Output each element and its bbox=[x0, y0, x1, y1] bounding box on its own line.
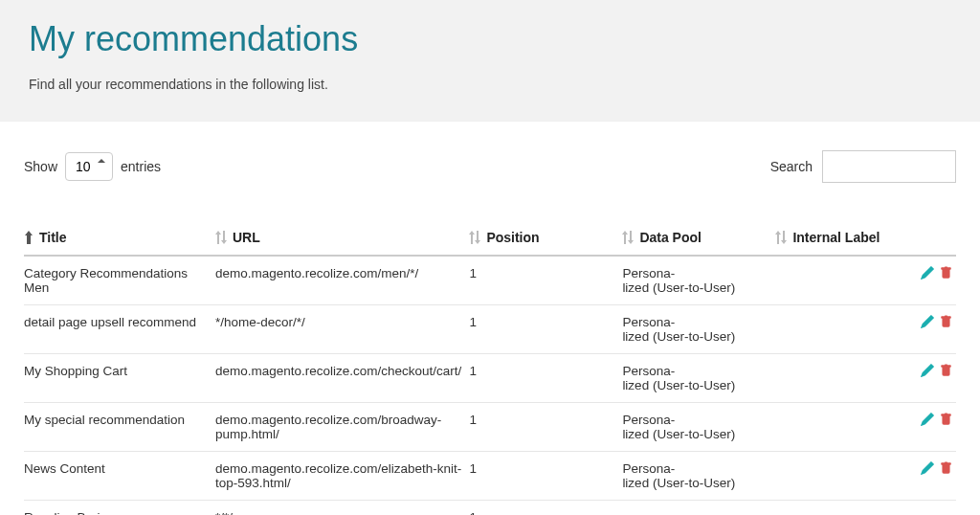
delete-icon[interactable] bbox=[940, 461, 952, 478]
cell-data-pool: Persona- lized (User-to-User) bbox=[622, 452, 775, 501]
delete-icon[interactable] bbox=[940, 315, 952, 331]
cell-data-pool: Persona- lized (User-to-User) bbox=[622, 354, 775, 403]
cell-url: demo.magento.recolize.com/broadway-pump.… bbox=[215, 403, 469, 452]
cell-internal-label bbox=[775, 256, 908, 305]
cell-data-pool: Persona- lized (User-to-User) bbox=[622, 256, 775, 305]
search-input[interactable] bbox=[822, 150, 956, 183]
cell-title: Category Recommendations Men bbox=[24, 256, 215, 305]
cell-actions bbox=[908, 256, 956, 305]
cell-url: */home-decor/*/ bbox=[215, 305, 469, 354]
table-row: detail page upsell recommend*/home-decor… bbox=[24, 305, 956, 354]
cell-internal-label bbox=[775, 501, 908, 515]
entries-label: entries bbox=[121, 159, 161, 174]
page-header: My recommendations Find all your recomme… bbox=[0, 0, 980, 122]
cell-position: 1 bbox=[469, 452, 622, 501]
delete-icon[interactable] bbox=[940, 413, 952, 429]
sort-icon bbox=[775, 231, 787, 244]
sort-icon bbox=[469, 231, 480, 244]
table-row: Category Recommendations Mendemo.magento… bbox=[24, 256, 956, 305]
cell-position: 1 bbox=[469, 305, 622, 354]
cell-internal-label bbox=[775, 305, 908, 354]
cell-url: */*/ bbox=[215, 501, 469, 515]
cell-title: My Shopping Cart bbox=[24, 354, 215, 403]
cell-url: demo.magento.recolize.com/elizabeth-knit… bbox=[215, 452, 469, 501]
delete-icon[interactable] bbox=[940, 364, 952, 380]
edit-icon[interactable] bbox=[921, 364, 934, 380]
table-row: My Shopping Cartdemo.magento.recolize.co… bbox=[24, 354, 956, 403]
column-header-title[interactable]: Title bbox=[24, 221, 215, 256]
sort-icon bbox=[215, 231, 227, 244]
cell-title: detail page upsell recommend bbox=[24, 305, 215, 354]
cell-title: News Content bbox=[24, 452, 215, 501]
edit-icon[interactable] bbox=[921, 315, 934, 331]
delete-icon[interactable] bbox=[940, 266, 952, 282]
cell-internal-label bbox=[775, 452, 908, 501]
edit-icon[interactable] bbox=[921, 266, 934, 282]
cell-position: 1 bbox=[469, 354, 622, 403]
cell-actions bbox=[908, 501, 956, 515]
cell-actions bbox=[908, 452, 956, 501]
column-header-internal-label[interactable]: Internal Label bbox=[775, 221, 908, 256]
cell-internal-label bbox=[775, 354, 908, 403]
table-row: Recolize Brain*/*/1 bbox=[24, 501, 956, 515]
cell-url: demo.magento.recolize.com/men/*/ bbox=[215, 256, 469, 305]
cell-actions bbox=[908, 305, 956, 354]
column-header-url[interactable]: URL bbox=[215, 221, 469, 256]
page-title: My recommendations bbox=[29, 19, 951, 59]
cell-internal-label bbox=[775, 403, 908, 452]
page-length-control: Show 10 entries bbox=[24, 152, 161, 181]
column-header-actions bbox=[908, 221, 956, 256]
sort-icon bbox=[622, 231, 634, 244]
cell-title: My special recommendation bbox=[24, 403, 215, 452]
page-length-select[interactable]: 10 bbox=[65, 152, 113, 181]
table-row: My special recommendationdemo.magento.re… bbox=[24, 403, 956, 452]
cell-actions bbox=[908, 354, 956, 403]
search-control: Search bbox=[770, 150, 956, 183]
show-label: Show bbox=[24, 159, 57, 174]
cell-position: 1 bbox=[469, 501, 622, 515]
table-controls: Show 10 entries Search bbox=[24, 150, 956, 183]
cell-data-pool: Persona- lized (User-to-User) bbox=[622, 305, 775, 354]
sort-asc-icon bbox=[24, 231, 33, 244]
page-subtitle: Find all your recommendations in the fol… bbox=[29, 77, 951, 92]
cell-data-pool: Persona- lized (User-to-User) bbox=[622, 403, 775, 452]
cell-position: 1 bbox=[469, 256, 622, 305]
recommendations-table: Title URL Position Data Pool bbox=[24, 221, 956, 515]
cell-data-pool bbox=[622, 501, 775, 515]
cell-actions bbox=[908, 403, 956, 452]
edit-icon[interactable] bbox=[921, 461, 934, 478]
table-row: News Contentdemo.magento.recolize.com/el… bbox=[24, 452, 956, 501]
cell-position: 1 bbox=[469, 403, 622, 452]
column-header-data-pool[interactable]: Data Pool bbox=[622, 221, 775, 256]
cell-title: Recolize Brain bbox=[24, 501, 215, 515]
edit-icon[interactable] bbox=[921, 413, 934, 429]
column-header-position[interactable]: Position bbox=[469, 221, 622, 256]
cell-url: demo.magento.recolize.com/checkout/cart/ bbox=[215, 354, 469, 403]
search-label: Search bbox=[770, 159, 813, 174]
